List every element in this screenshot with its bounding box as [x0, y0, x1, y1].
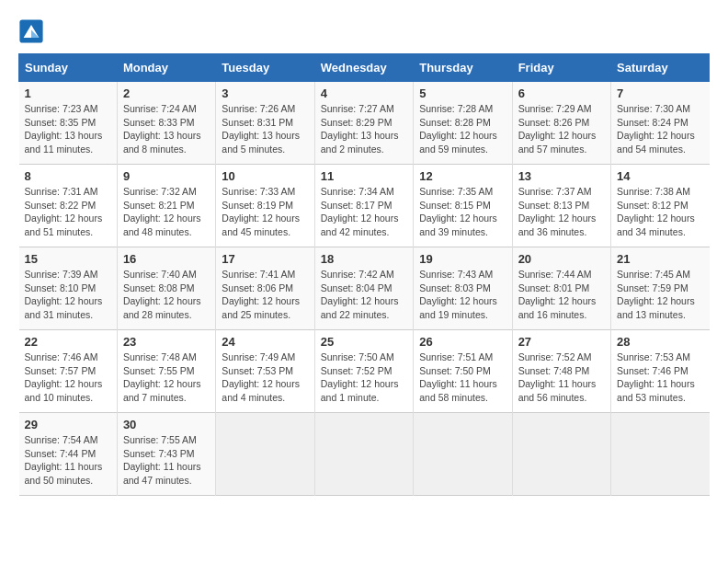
day-number: 24 — [222, 335, 308, 349]
day-number: 21 — [617, 252, 703, 266]
day-number: 23 — [123, 335, 210, 349]
calendar-cell: 26Sunrise: 7:51 AM Sunset: 7:50 PM Dayli… — [414, 330, 512, 413]
calendar-cell: 17Sunrise: 7:41 AM Sunset: 8:06 PM Dayli… — [216, 247, 314, 330]
calendar-table: SundayMondayTuesdayWednesdayThursdayFrid… — [18, 53, 710, 496]
column-header-saturday: Saturday — [611, 54, 710, 82]
day-info: Sunrise: 7:27 AM Sunset: 8:29 PM Dayligh… — [321, 102, 407, 156]
column-header-friday: Friday — [512, 54, 610, 82]
day-number: 13 — [518, 169, 605, 183]
calendar-cell: 10Sunrise: 7:33 AM Sunset: 8:19 PM Dayli… — [216, 165, 314, 247]
day-number: 8 — [25, 169, 111, 183]
calendar-cell: 18Sunrise: 7:42 AM Sunset: 8:04 PM Dayli… — [314, 247, 413, 330]
day-number: 28 — [617, 335, 703, 349]
calendar-cell: 12Sunrise: 7:35 AM Sunset: 8:15 PM Dayli… — [414, 165, 512, 247]
day-info: Sunrise: 7:52 AM Sunset: 7:48 PM Dayligh… — [518, 350, 605, 405]
calendar-week-row: 22Sunrise: 7:46 AM Sunset: 7:57 PM Dayli… — [19, 330, 710, 413]
day-number: 17 — [222, 252, 308, 266]
calendar-cell: 2Sunrise: 7:24 AM Sunset: 8:33 PM Daylig… — [117, 82, 215, 165]
day-info: Sunrise: 7:35 AM Sunset: 8:15 PM Dayligh… — [419, 185, 506, 239]
day-number: 30 — [123, 418, 210, 431]
calendar-cell — [611, 413, 710, 496]
day-info: Sunrise: 7:34 AM Sunset: 8:17 PM Dayligh… — [321, 185, 407, 239]
logo-icon — [18, 18, 44, 44]
day-number: 20 — [518, 252, 605, 266]
day-number: 11 — [321, 169, 407, 183]
day-info: Sunrise: 7:37 AM Sunset: 8:13 PM Dayligh… — [518, 185, 605, 239]
calendar-cell — [512, 413, 610, 496]
day-info: Sunrise: 7:29 AM Sunset: 8:26 PM Dayligh… — [518, 102, 605, 156]
day-info: Sunrise: 7:33 AM Sunset: 8:19 PM Dayligh… — [222, 185, 308, 239]
calendar-cell: 22Sunrise: 7:46 AM Sunset: 7:57 PM Dayli… — [19, 330, 118, 413]
day-info: Sunrise: 7:23 AM Sunset: 8:35 PM Dayligh… — [25, 102, 111, 156]
day-info: Sunrise: 7:50 AM Sunset: 7:52 PM Dayligh… — [321, 350, 407, 405]
day-number: 14 — [617, 169, 703, 183]
day-number: 9 — [123, 169, 210, 183]
calendar-week-row: 29Sunrise: 7:54 AM Sunset: 7:44 PM Dayli… — [19, 413, 710, 496]
day-info: Sunrise: 7:39 AM Sunset: 8:10 PM Dayligh… — [25, 268, 111, 322]
column-header-sunday: Sunday — [19, 54, 118, 82]
column-header-thursday: Thursday — [414, 54, 512, 82]
calendar-cell: 3Sunrise: 7:26 AM Sunset: 8:31 PM Daylig… — [216, 82, 314, 165]
day-info: Sunrise: 7:54 AM Sunset: 7:44 PM Dayligh… — [25, 433, 111, 488]
day-number: 4 — [321, 86, 407, 100]
page-header — [18, 18, 710, 44]
day-number: 3 — [222, 86, 308, 100]
day-number: 1 — [25, 86, 111, 100]
column-header-tuesday: Tuesday — [216, 54, 314, 82]
day-info: Sunrise: 7:41 AM Sunset: 8:06 PM Dayligh… — [222, 268, 308, 322]
calendar-cell: 24Sunrise: 7:49 AM Sunset: 7:53 PM Dayli… — [216, 330, 314, 413]
day-info: Sunrise: 7:45 AM Sunset: 7:59 PM Dayligh… — [617, 268, 703, 322]
day-info: Sunrise: 7:49 AM Sunset: 7:53 PM Dayligh… — [222, 350, 308, 405]
calendar-cell: 20Sunrise: 7:44 AM Sunset: 8:01 PM Dayli… — [512, 247, 610, 330]
day-info: Sunrise: 7:55 AM Sunset: 7:43 PM Dayligh… — [123, 433, 210, 488]
day-info: Sunrise: 7:31 AM Sunset: 8:22 PM Dayligh… — [25, 185, 111, 239]
calendar-cell: 30Sunrise: 7:55 AM Sunset: 7:43 PM Dayli… — [117, 413, 215, 496]
day-number: 16 — [123, 252, 210, 266]
day-info: Sunrise: 7:43 AM Sunset: 8:03 PM Dayligh… — [419, 268, 506, 322]
calendar-cell: 27Sunrise: 7:52 AM Sunset: 7:48 PM Dayli… — [512, 330, 610, 413]
calendar-cell: 29Sunrise: 7:54 AM Sunset: 7:44 PM Dayli… — [19, 413, 118, 496]
day-number: 18 — [321, 252, 407, 266]
calendar-cell: 11Sunrise: 7:34 AM Sunset: 8:17 PM Dayli… — [314, 165, 413, 247]
calendar-cell: 28Sunrise: 7:53 AM Sunset: 7:46 PM Dayli… — [611, 330, 710, 413]
day-number: 15 — [25, 252, 111, 266]
calendar-cell: 13Sunrise: 7:37 AM Sunset: 8:13 PM Dayli… — [512, 165, 610, 247]
day-number: 6 — [518, 86, 605, 100]
day-info: Sunrise: 7:46 AM Sunset: 7:57 PM Dayligh… — [25, 350, 111, 405]
day-info: Sunrise: 7:51 AM Sunset: 7:50 PM Dayligh… — [419, 350, 506, 405]
calendar-cell: 15Sunrise: 7:39 AM Sunset: 8:10 PM Dayli… — [19, 247, 118, 330]
day-info: Sunrise: 7:53 AM Sunset: 7:46 PM Dayligh… — [617, 350, 703, 405]
day-number: 19 — [419, 252, 506, 266]
day-number: 22 — [25, 335, 111, 349]
day-info: Sunrise: 7:48 AM Sunset: 7:55 PM Dayligh… — [123, 350, 210, 405]
calendar-cell: 19Sunrise: 7:43 AM Sunset: 8:03 PM Dayli… — [414, 247, 512, 330]
day-info: Sunrise: 7:42 AM Sunset: 8:04 PM Dayligh… — [321, 268, 407, 322]
day-info: Sunrise: 7:28 AM Sunset: 8:28 PM Dayligh… — [419, 102, 506, 156]
calendar-cell — [414, 413, 512, 496]
column-header-monday: Monday — [117, 54, 215, 82]
day-info: Sunrise: 7:32 AM Sunset: 8:21 PM Dayligh… — [123, 185, 210, 239]
day-info: Sunrise: 7:40 AM Sunset: 8:08 PM Dayligh… — [123, 268, 210, 322]
calendar-cell: 6Sunrise: 7:29 AM Sunset: 8:26 PM Daylig… — [512, 82, 610, 165]
day-number: 26 — [419, 335, 506, 349]
day-number: 5 — [419, 86, 506, 100]
calendar-cell — [216, 413, 314, 496]
column-header-wednesday: Wednesday — [314, 54, 413, 82]
day-number: 29 — [25, 418, 111, 431]
day-number: 25 — [321, 335, 407, 349]
day-info: Sunrise: 7:30 AM Sunset: 8:24 PM Dayligh… — [617, 102, 703, 156]
day-number: 7 — [617, 86, 703, 100]
calendar-week-row: 8Sunrise: 7:31 AM Sunset: 8:22 PM Daylig… — [19, 165, 710, 247]
calendar-cell: 21Sunrise: 7:45 AM Sunset: 7:59 PM Dayli… — [611, 247, 710, 330]
day-number: 2 — [123, 86, 210, 100]
calendar-cell: 9Sunrise: 7:32 AM Sunset: 8:21 PM Daylig… — [117, 165, 215, 247]
day-info: Sunrise: 7:24 AM Sunset: 8:33 PM Dayligh… — [123, 102, 210, 156]
calendar-cell: 7Sunrise: 7:30 AM Sunset: 8:24 PM Daylig… — [611, 82, 710, 165]
calendar-cell: 14Sunrise: 7:38 AM Sunset: 8:12 PM Dayli… — [611, 165, 710, 247]
calendar-week-row: 15Sunrise: 7:39 AM Sunset: 8:10 PM Dayli… — [19, 247, 710, 330]
calendar-cell: 23Sunrise: 7:48 AM Sunset: 7:55 PM Dayli… — [117, 330, 215, 413]
day-info: Sunrise: 7:44 AM Sunset: 8:01 PM Dayligh… — [518, 268, 605, 322]
calendar-cell: 1Sunrise: 7:23 AM Sunset: 8:35 PM Daylig… — [19, 82, 118, 165]
calendar-cell: 8Sunrise: 7:31 AM Sunset: 8:22 PM Daylig… — [19, 165, 118, 247]
day-info: Sunrise: 7:38 AM Sunset: 8:12 PM Dayligh… — [617, 185, 703, 239]
